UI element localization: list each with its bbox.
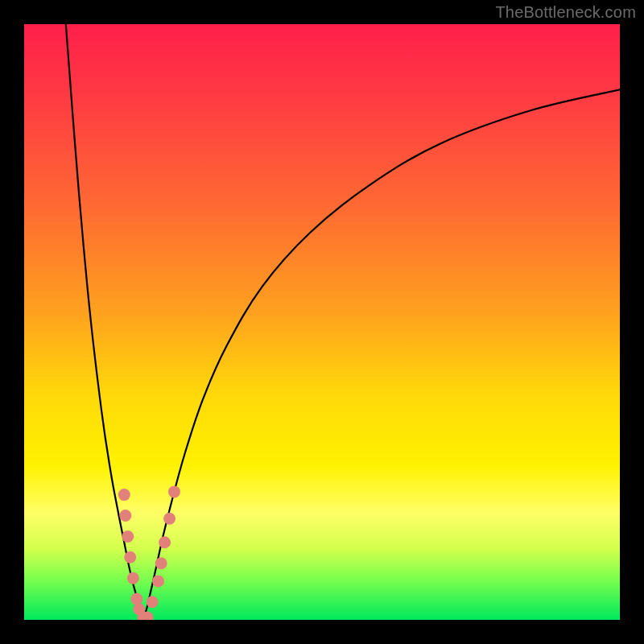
data-point [124,551,136,564]
curve-group [66,24,620,620]
plot-area [24,24,620,620]
data-point [118,489,130,501]
data-point [119,510,131,522]
curve-left-branch [66,24,143,620]
data-point [159,536,171,548]
chart-svg [24,24,620,620]
data-point [127,572,139,584]
data-point [147,596,159,608]
watermark-text: TheBottleneck.com [495,3,636,22]
chart-frame: TheBottleneck.com [0,0,644,644]
data-point [163,513,175,525]
data-point [122,530,134,543]
data-point [130,593,142,605]
curve-right-branch [143,89,620,620]
data-point [168,485,180,497]
data-point [152,575,164,587]
data-point [155,557,167,569]
